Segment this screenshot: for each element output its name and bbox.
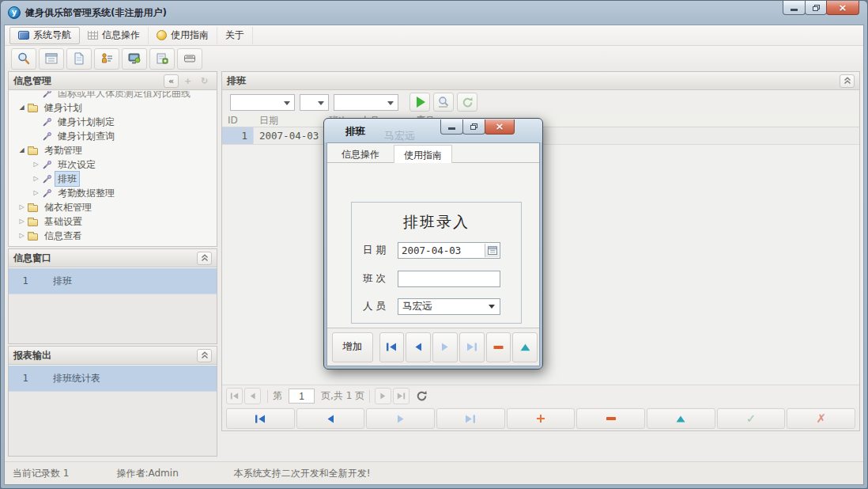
run-filter-button[interactable] [409,93,430,112]
tree-item-attendance-data[interactable]: ▷ 考勤数据整理 [9,186,217,200]
refresh-grid-button[interactable] [457,93,477,112]
tree-item-curve[interactable]: 国标或单人体质测定值对比曲线 [9,91,217,100]
nav-prior-button[interactable] [296,408,365,429]
nav-last-button[interactable] [436,408,505,429]
form-button[interactable] [39,48,64,70]
nav-last-icon [466,343,477,351]
tree-item-locker[interactable]: ▷ 储衣柜管理 [9,200,217,214]
tree-item-scheduling[interactable]: ▷ 排班 [9,172,217,186]
tool-icon [42,91,52,99]
tree-item-attendance[interactable]: ◢ 考勤管理 [9,143,217,157]
folder-icon [28,219,38,226]
expander-icon[interactable]: ▷ [31,186,41,200]
dialog-edit-button[interactable] [512,332,538,362]
dialog-restore-button[interactable] [462,119,485,135]
tree-item-shift-setup[interactable]: ▷ 班次设定 [9,157,217,172]
search-filter-button[interactable] [433,93,454,112]
page-number-input[interactable] [289,389,315,404]
collapse-panel-button[interactable] [197,252,212,265]
tool-icon [42,160,52,170]
shift-input[interactable] [398,271,500,286]
dialog-body: 信息操作 使用指南 排班录入 日 期 班 次 [326,142,540,366]
search-button[interactable] [11,48,36,70]
title-bar[interactable]: y 健身俱乐部管理系统(非注册用户) × [1,1,867,25]
post-record-button[interactable]: ✓ [717,408,786,429]
person-select[interactable]: 马宏远 [398,298,500,315]
nav-next-button[interactable] [366,408,435,429]
date-picker-button[interactable] [485,244,499,257]
add-button[interactable]: 增加 [332,332,373,362]
collapse-panel-button[interactable] [197,349,212,362]
col-id[interactable]: ID [222,113,254,127]
expander-open-icon[interactable]: ◢ [17,143,27,157]
calendar-icon [488,246,497,255]
app-logo-icon: y [8,6,21,19]
tab-info-ops[interactable]: 信息操作 [332,145,389,163]
tree-item-label: 排班 [55,172,79,186]
menu-item-guide[interactable]: 使用指南 [149,27,217,44]
collapse-icon [201,254,209,262]
refresh-icon[interactable]: ↻ [197,74,212,88]
minus-icon [606,417,616,420]
expander-icon[interactable]: ▷ [31,157,41,172]
prev-page-button[interactable] [244,388,261,404]
dialog-delete-button[interactable] [486,332,511,362]
list-item-schedule-report[interactable]: 1 排班统计表 [9,366,217,392]
refresh-page-button[interactable] [416,390,428,402]
monitor-button[interactable] [122,48,147,70]
insert-record-button[interactable] [507,408,576,429]
expander-open-icon[interactable]: ◢ [17,100,27,115]
tab-guide[interactable]: 使用指南 [394,145,452,163]
tree-item-basic-settings[interactable]: ▷ 基础设置 [9,214,217,229]
first-page-icon [230,392,239,400]
filter-combo-1[interactable] [230,94,295,111]
dialog-close-button[interactable]: × [485,119,515,135]
export-icon [155,51,169,66]
menu-item-info-ops[interactable]: 信息操作 [80,27,149,44]
edit-triangle-icon [676,415,685,423]
cancel-record-button[interactable]: ✗ [787,408,855,429]
menu-item-system-nav[interactable]: 系统导航 [9,27,80,44]
expander-icon[interactable]: ▷ [17,200,27,214]
filter-combo-3[interactable] [334,94,398,111]
close-button[interactable]: × [826,1,859,15]
check-icon: ✓ [746,411,757,426]
nav-first-button[interactable] [226,408,295,429]
edit-record-button[interactable] [647,408,715,429]
export-button[interactable] [149,48,175,70]
list-item-scheduling[interactable]: 1 排班 [9,268,217,294]
tree-item-info-view[interactable]: ▷ 信息查看 [9,229,217,243]
expander-icon[interactable]: ▷ [17,214,27,229]
dialog-nav-prior-button[interactable] [406,332,431,362]
last-page-button[interactable] [393,388,409,404]
collapse-icon [201,351,209,359]
minimize-button[interactable] [783,1,806,15]
dialog-minimize-button[interactable] [440,119,463,135]
navigation-icon [18,31,29,40]
tree-item-plan-query[interactable]: 健身计划查询 [9,129,217,143]
restore-button[interactable] [805,1,827,15]
expander-icon[interactable]: ▷ [31,172,41,186]
card-reader-button[interactable] [177,48,202,70]
user-report-icon [100,51,114,66]
dialog-nav-last-button[interactable] [459,332,485,362]
collapse-main-button[interactable] [840,74,855,88]
separator [267,390,268,403]
col-date[interactable]: 日期 [254,113,323,127]
delete-record-button[interactable] [576,408,645,429]
dialog-nav-next-button[interactable] [432,332,458,362]
prev-page-icon [248,392,257,400]
document-button[interactable] [66,48,92,70]
menu-item-about[interactable]: 关于 [217,27,253,44]
collapse-sidebar-button[interactable]: « [164,74,179,88]
tree-item-fitness-plan[interactable]: ◢ 健身计划 [9,100,217,115]
dialog-title-bar[interactable]: 排班 马宏远 × [324,119,542,142]
expander-icon[interactable]: ▷ [17,229,27,243]
dialog-nav-first-button[interactable] [379,332,405,362]
add-icon[interactable]: + [180,74,195,88]
next-page-button[interactable] [375,388,391,404]
user-report-button[interactable] [94,48,119,70]
first-page-button[interactable] [226,388,243,404]
tree-item-plan-create[interactable]: 健身计划制定 [9,115,217,129]
filter-combo-2[interactable] [300,94,329,111]
